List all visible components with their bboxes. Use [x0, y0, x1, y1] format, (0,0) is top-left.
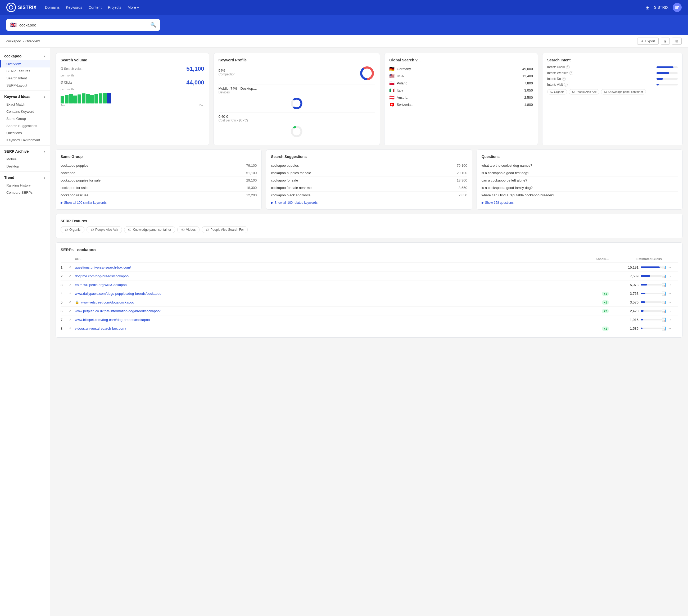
row-actions: 📊 → [662, 274, 678, 278]
feature-tag-videos[interactable]: 🏷 Videos [177, 226, 200, 233]
row-num: 4 [61, 292, 69, 295]
show-more-search-suggestions[interactable]: ▶ Show all 100 related keywords [271, 199, 467, 204]
sidebar-item-ranking-history[interactable]: Ranking History [0, 182, 50, 189]
table-row: 3 ↗ en.m.wikipedia.org/wiki/Cockapoo 5,0… [61, 281, 678, 289]
tag-label-icon-3: 🏷 [128, 228, 131, 232]
nav-projects[interactable]: Projects [108, 5, 121, 9]
breadcrumb-root[interactable]: cockapoo [6, 39, 21, 43]
export-button[interactable]: ⬇ Export [637, 38, 659, 45]
gs-country-0: 🇩🇪 Germany [389, 66, 411, 71]
chart-icon[interactable]: 📊 [662, 300, 666, 304]
row-num: 5 [61, 300, 69, 304]
question-item: where can i find a reputable cockapoo br… [482, 192, 678, 199]
global-search-card: Global Search V... 🇩🇪 Germany 49,000 🇺🇸 … [384, 53, 538, 145]
chart-icon[interactable]: 📊 [662, 283, 666, 287]
chart-icon[interactable]: 📊 [662, 309, 666, 313]
sidebar-item-contains-keyword[interactable]: Contains Keyword [0, 108, 50, 115]
feature-tag-knowledge-panel[interactable]: 🏷 Knowledge panel container [124, 226, 175, 233]
feature-tag-organic[interactable]: 🏷 Organic [61, 226, 84, 233]
arrow-right-icon[interactable]: → [668, 309, 672, 313]
nav-domains[interactable]: Domains [45, 5, 60, 9]
sidebar-item-desktop[interactable]: Desktop [0, 163, 50, 170]
nav-content[interactable]: Content [89, 5, 102, 9]
si-label-1: Intent: Website ? [547, 71, 573, 75]
triangle-icon: ▶ [61, 201, 63, 204]
sidebar-item-serp-layout[interactable]: SERP-Layout [0, 82, 50, 89]
arrow-right-icon[interactable]: → [668, 300, 672, 304]
kp-devices-label: Devices [219, 90, 375, 94]
sidebar-item-compare-serps[interactable]: Compare SERPs [0, 189, 50, 196]
bars-labels: Jan Dec [61, 104, 204, 107]
sidebar-item-same-group[interactable]: Same Group [0, 115, 50, 122]
sidebar-item-questions[interactable]: Questions [0, 129, 50, 136]
arrow-right-icon[interactable]: → [668, 283, 672, 287]
row-clicks: 3,570 [609, 300, 662, 304]
row-actions: 📊 → [662, 283, 678, 287]
show-more-same-group[interactable]: ▶ Show all 100 similar keywords [61, 199, 257, 204]
mini-bar [69, 94, 73, 104]
show-more-questions[interactable]: ▶ Show 158 questions [482, 199, 678, 204]
sidebar-item-mobile[interactable]: Mobile [0, 156, 50, 163]
arrow-right-icon[interactable]: → [668, 274, 672, 278]
si-tags: 🏷 Organic 🏷 People Also Ask 🏷 Knowledge … [547, 89, 678, 94]
click-bar-container [641, 301, 662, 303]
info-icon-3[interactable]: ? [562, 77, 566, 81]
sidebar-item-search-intent[interactable]: Search Intent [0, 74, 50, 82]
search-input[interactable] [19, 23, 148, 27]
grid-icon[interactable]: ⊞ [645, 4, 650, 10]
info-icon-4[interactable]: ? [564, 83, 568, 87]
nav-more[interactable]: More ▾ [128, 5, 139, 9]
si-label-3: Intent: Visit ? [547, 83, 568, 87]
arrow-right-icon[interactable]: → [668, 291, 672, 295]
cards-row-2: Same Group cockapoo puppies 79,100 cocka… [56, 150, 683, 210]
row-num: 2 [61, 274, 69, 278]
feature-tag-people-also-search[interactable]: 🏷 People Also Search For [202, 226, 248, 233]
arrow-right-icon[interactable]: → [668, 317, 672, 322]
info-icon-2[interactable]: ? [570, 71, 573, 75]
info-icon[interactable]: ? [566, 65, 570, 69]
sidebar-item-keyword-environment[interactable]: Keyword Environment [0, 136, 50, 144]
list-item: cockapoo puppies 79,100 [61, 162, 257, 169]
chart-icon[interactable]: 📊 [662, 274, 666, 278]
mini-bar [77, 94, 81, 104]
search-volume-card: Search Volume Ø Search volu... 51,100 pe… [56, 53, 209, 145]
layout-button[interactable]: ⊞ [672, 38, 682, 45]
sidebar-section-serp-archive[interactable]: SERP Archive ▲ [0, 147, 50, 156]
search-icon[interactable]: 🔍 [150, 22, 156, 28]
row-actions: 📊 → [662, 326, 678, 330]
sidebar-section-keyword-ideas[interactable]: Keyword Ideas ▲ [0, 92, 50, 101]
sidebar-item-overview[interactable]: Overview [0, 60, 50, 67]
feature-tag-people-also-ask[interactable]: 🏷 People Also Ask [87, 226, 122, 233]
avatar[interactable]: SP [673, 3, 682, 12]
chart-icon[interactable]: 📊 [662, 317, 666, 322]
si-tag-people-also-ask[interactable]: 🏷 People Also Ask [569, 89, 599, 94]
click-bar [641, 266, 660, 268]
arrow-right-icon[interactable]: → [668, 265, 672, 269]
row-url: en.m.wikipedia.org/wiki/Cockapoo [75, 283, 582, 287]
sv-mini-bars [61, 93, 204, 104]
external-link-icon: ↗ [69, 327, 75, 330]
si-tag-knowledge-panel[interactable]: 🏷 Knowledge panel container [601, 89, 646, 94]
sidebar-section-trend[interactable]: Trend ▲ [0, 173, 50, 182]
chart-icon[interactable]: 📊 [662, 291, 666, 295]
col-header-url: URL [75, 257, 582, 261]
sidebar-item-serp-features[interactable]: SERP Features [0, 67, 50, 74]
sidebar-section-keyword[interactable]: cockapoo ▲ [0, 52, 50, 60]
chart-icon[interactable]: 📊 [662, 265, 666, 269]
sidebar: cockapoo ▲ Overview SERP Features Search… [0, 48, 50, 616]
search-suggestions-title: Search Suggestions [271, 155, 467, 159]
nav-keywords[interactable]: Keywords [66, 5, 82, 9]
sistrix-label: SISTRIX [654, 5, 668, 9]
si-tag-organic[interactable]: 🏷 Organic [547, 89, 567, 94]
chart-icon[interactable]: 📊 [662, 326, 666, 330]
share-icon: ⎘ [664, 39, 666, 43]
si-bar-1 [657, 72, 669, 74]
sidebar-item-exact-match[interactable]: Exact Match [0, 101, 50, 108]
sidebar-item-search-suggestions[interactable]: Search Suggestions [0, 122, 50, 129]
global-search-title: Global Search V... [389, 58, 533, 62]
arrow-right-icon[interactable]: → [668, 326, 672, 330]
kp-cpc: 0.40 € Cost per Click (CPC) [219, 115, 375, 122]
tag-label-icon-4: 🏷 [181, 228, 184, 232]
row-url: www.hillspet.com/dog-care/dog-breeds/coc… [75, 318, 582, 322]
share-button[interactable]: ⎘ [661, 38, 670, 45]
